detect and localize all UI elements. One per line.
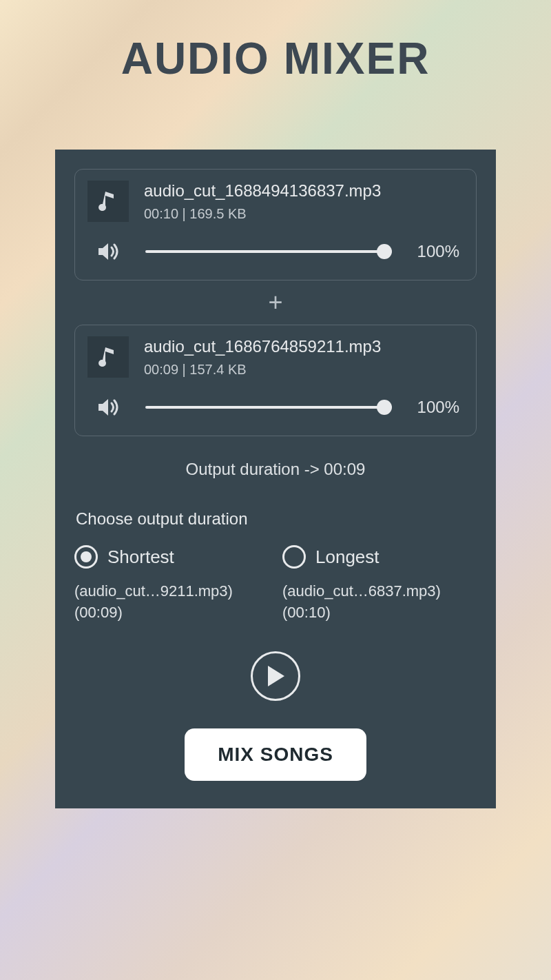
radio-sub-file: (audio_cut…9211.mp3) [74, 581, 269, 602]
volume-value: 100% [414, 242, 459, 261]
radio-button-icon [74, 545, 98, 569]
play-icon [265, 664, 286, 688]
volume-value: 100% [414, 398, 459, 417]
track-card-2: audio_cut_1686764859211.mp3 00:09 | 157.… [74, 325, 477, 436]
output-duration-label: Output duration -> 00:09 [186, 460, 366, 479]
svg-point-1 [99, 360, 106, 367]
volume-icon [94, 241, 123, 262]
choose-duration-label: Choose output duration [76, 509, 478, 529]
radio-longest[interactable]: Longest [282, 545, 477, 569]
mix-songs-button[interactable]: MIX SONGS [185, 728, 366, 781]
track-filename: audio_cut_1688494136837.mp3 [144, 181, 459, 201]
music-note-icon [87, 181, 129, 222]
radio-sub-file: (audio_cut…6837.mp3) [282, 581, 477, 602]
music-note-icon [87, 336, 129, 378]
radio-label-shortest: Shortest [107, 547, 174, 568]
svg-point-0 [99, 204, 106, 211]
play-button[interactable] [251, 651, 300, 701]
radio-sub-duration: (00:10) [282, 602, 477, 624]
radio-button-icon [282, 545, 306, 569]
radio-sub-duration: (00:09) [74, 602, 269, 624]
volume-slider[interactable] [145, 399, 392, 416]
page-title: AUDIO MIXER [121, 33, 430, 84]
track-card-1: audio_cut_1688494136837.mp3 00:10 | 169.… [74, 169, 477, 280]
radio-shortest[interactable]: Shortest [74, 545, 269, 569]
volume-slider[interactable] [145, 243, 392, 260]
radio-label-longest: Longest [315, 547, 380, 568]
add-track-icon[interactable]: + [268, 290, 282, 315]
track-meta: 00:09 | 157.4 KB [144, 362, 459, 378]
mixer-panel: audio_cut_1688494136837.mp3 00:10 | 169.… [55, 150, 496, 808]
volume-icon [94, 397, 123, 418]
track-meta: 00:10 | 169.5 KB [144, 206, 459, 222]
track-filename: audio_cut_1686764859211.mp3 [144, 337, 459, 356]
